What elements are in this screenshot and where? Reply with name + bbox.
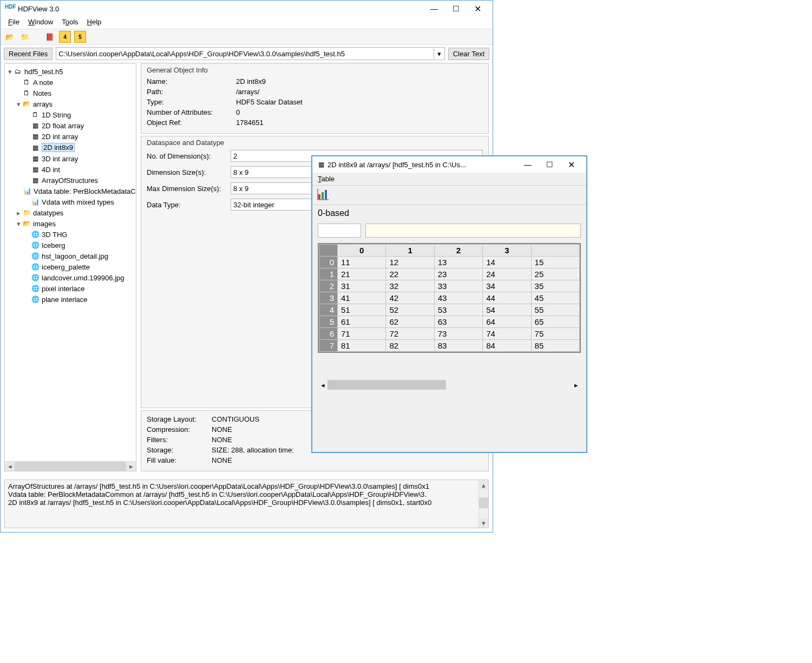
scroll-right-icon[interactable]: ▸ xyxy=(571,380,581,390)
clear-text-button[interactable]: Clear Text xyxy=(448,48,489,60)
scroll-down-icon[interactable]: ▾ xyxy=(479,518,488,528)
cell-address-box[interactable] xyxy=(318,224,361,238)
tree-item[interactable]: Iceberg xyxy=(42,241,65,250)
path-combo[interactable]: ▾ xyxy=(56,47,444,60)
tree-item[interactable]: 2D int array xyxy=(42,133,78,141)
tree-item[interactable]: hst_lagoon_detail.jpg xyxy=(42,252,108,260)
tree-item[interactable]: plane interlace xyxy=(42,296,88,304)
data-cell[interactable]: 51 xyxy=(338,304,386,316)
scroll-left-icon[interactable]: ◂ xyxy=(5,462,15,471)
help-icon[interactable]: 📕 xyxy=(44,31,56,43)
data-cell[interactable]: 62 xyxy=(386,316,434,328)
data-cell[interactable]: 12 xyxy=(386,257,434,268)
row-header[interactable]: 5 xyxy=(319,316,338,328)
object-tree[interactable]: ▾🗂hdf5_test.h5 🗒A note 🗒Notes ▾arrays 🗒1… xyxy=(5,64,136,461)
open-file-icon[interactable]: 📂 xyxy=(4,31,16,43)
scroll-left-icon[interactable]: ◂ xyxy=(318,380,328,390)
menu-tools[interactable]: Tools xyxy=(57,17,82,29)
data-cell[interactable]: 54 xyxy=(483,304,531,316)
data-cell[interactable]: 61 xyxy=(338,316,386,328)
path-input[interactable] xyxy=(56,47,434,60)
data-cell[interactable]: 11 xyxy=(338,257,386,268)
tree-item[interactable]: iceberg_palette xyxy=(42,263,90,271)
menu-help[interactable]: Help xyxy=(83,17,106,29)
data-cell[interactable]: 81 xyxy=(338,340,386,352)
data-cell[interactable]: 73 xyxy=(434,328,482,340)
data-cell[interactable]: 34 xyxy=(483,280,531,292)
data-cell[interactable]: 85 xyxy=(531,340,579,352)
data-cell[interactable]: 72 xyxy=(386,328,434,340)
data-cell[interactable]: 64 xyxy=(483,316,531,328)
row-header[interactable]: 1 xyxy=(319,268,338,280)
data-cell[interactable]: 15 xyxy=(531,257,579,268)
data-grid[interactable]: 0123011121314151212223242523132333435341… xyxy=(318,243,581,353)
log-scrollbar[interactable]: ▴ ▾ xyxy=(479,480,488,528)
tree-images[interactable]: images xyxy=(33,220,56,228)
hdf4-icon[interactable]: 4 xyxy=(59,31,71,43)
data-cell[interactable]: 53 xyxy=(434,304,482,316)
row-header[interactable]: 6 xyxy=(319,328,338,340)
tree-item[interactable]: 3D THG xyxy=(42,231,67,239)
maximize-button[interactable]: ☐ xyxy=(539,157,560,172)
tree-root[interactable]: hdf5_test.h5 xyxy=(24,68,63,76)
data-cell[interactable]: 24 xyxy=(483,268,531,280)
menu-window[interactable]: Window xyxy=(24,17,57,29)
tree-item[interactable]: pixel interlace xyxy=(42,285,85,293)
tree-item[interactable]: 2D float array xyxy=(42,122,84,130)
data-cell[interactable]: 82 xyxy=(386,340,434,352)
data-cell[interactable]: 31 xyxy=(338,280,386,292)
tree-scrollbar[interactable]: ◂ ▸ xyxy=(5,461,136,471)
data-cell[interactable]: 45 xyxy=(531,292,579,304)
data-cell[interactable]: 63 xyxy=(434,316,482,328)
data-cell[interactable]: 25 xyxy=(531,268,579,280)
tree-item[interactable]: landcover.umd.199906.jpg xyxy=(42,274,125,282)
recent-files-button[interactable]: Recent Files xyxy=(4,48,53,60)
menu-table[interactable]: Table xyxy=(318,175,335,183)
data-cell[interactable]: 41 xyxy=(338,292,386,304)
data-cell[interactable]: 74 xyxy=(483,328,531,340)
col-header[interactable]: 2 xyxy=(434,245,482,257)
tree-notes[interactable]: Notes xyxy=(33,89,51,97)
data-cell[interactable]: 35 xyxy=(531,280,579,292)
data-cell[interactable]: 43 xyxy=(434,292,482,304)
tree-datatypes[interactable]: datatypes xyxy=(33,209,63,217)
col-header[interactable]: 1 xyxy=(386,245,434,257)
chart-icon[interactable] xyxy=(317,188,330,201)
scroll-right-icon[interactable]: ▸ xyxy=(126,462,136,471)
chevron-down-icon[interactable]: ▾ xyxy=(434,47,445,60)
data-cell[interactable]: 65 xyxy=(531,316,579,328)
tree-item[interactable]: Vdata with mixed types xyxy=(42,198,114,206)
close-button[interactable]: ✕ xyxy=(467,1,488,16)
data-cell[interactable]: 83 xyxy=(434,340,482,352)
tree-item[interactable]: 1D String xyxy=(42,111,71,119)
row-header[interactable]: 4 xyxy=(319,304,338,316)
data-cell[interactable]: 52 xyxy=(386,304,434,316)
data-cell[interactable]: 44 xyxy=(483,292,531,304)
data-cell[interactable]: 71 xyxy=(338,328,386,340)
data-cell[interactable]: 33 xyxy=(434,280,482,292)
tree-item[interactable]: Vdata table: PerBlockMetadataCommon xyxy=(34,187,136,195)
tree-item[interactable]: 4D int xyxy=(42,166,60,174)
row-header[interactable]: 2 xyxy=(319,280,338,292)
tree-item[interactable]: 3D int array xyxy=(42,155,78,163)
close-file-icon[interactable]: 📁 xyxy=(19,31,31,43)
col-header[interactable]: 3 xyxy=(483,245,531,257)
row-header[interactable]: 7 xyxy=(319,340,338,352)
data-cell[interactable]: 42 xyxy=(386,292,434,304)
minimize-button[interactable]: — xyxy=(423,1,445,16)
grid-scrollbar[interactable]: ◂ ▸ xyxy=(318,380,581,390)
data-cell[interactable]: 13 xyxy=(434,257,482,268)
data-cell[interactable]: 22 xyxy=(386,268,434,280)
data-cell[interactable]: 32 xyxy=(386,280,434,292)
tree-item[interactable]: ArrayOfStructures xyxy=(42,176,98,185)
cell-value-box[interactable] xyxy=(365,224,581,238)
tree-arrays[interactable]: arrays xyxy=(33,100,53,108)
hdf5-icon[interactable]: 5 xyxy=(74,31,86,43)
close-button[interactable]: ✕ xyxy=(560,157,582,172)
tree-item[interactable]: 2D int8x9 xyxy=(42,143,75,152)
data-cell[interactable]: 75 xyxy=(531,328,579,340)
col-header[interactable]: 0 xyxy=(338,245,386,257)
data-cell[interactable]: 21 xyxy=(338,268,386,280)
col-header[interactable] xyxy=(531,245,579,257)
data-cell[interactable]: 23 xyxy=(434,268,482,280)
